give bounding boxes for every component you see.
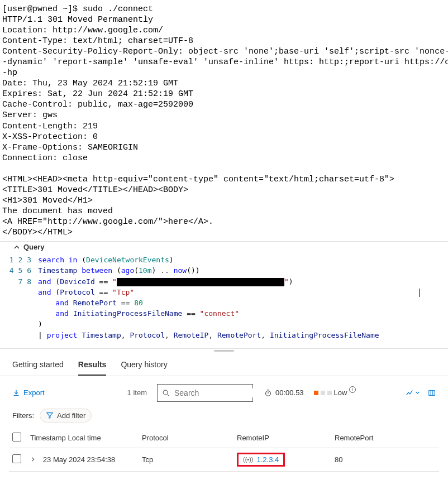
- cell-protocol: Tcp: [139, 448, 233, 471]
- sev-square-2: [321, 391, 325, 395]
- add-filter-button[interactable]: Add filter: [40, 409, 92, 423]
- svg-rect-2: [429, 391, 435, 396]
- col-deviceid: DeviceId: [60, 277, 95, 286]
- kw-in: in: [69, 256, 78, 264]
- filter-icon: [46, 411, 54, 419]
- op-eq: ==: [99, 288, 108, 296]
- chevron-up-icon: [13, 244, 20, 251]
- proj-c3: RemoteIP: [174, 331, 209, 339]
- expand-row-icon[interactable]: [30, 455, 37, 464]
- col-protocol: Protocol: [60, 288, 95, 296]
- columns-icon: [428, 389, 436, 397]
- severity-indicator[interactable]: Low i: [314, 388, 356, 397]
- export-button[interactable]: Export: [12, 388, 45, 397]
- add-filter-label: Add filter: [57, 411, 85, 420]
- query-editor[interactable]: 1 2 3 4 5 6 7 8 search in (DeviceNetwork…: [0, 253, 448, 348]
- val-tcp: "Tcp": [112, 288, 134, 296]
- str-close: ": [284, 277, 289, 286]
- tab-getting-started[interactable]: Getting started: [12, 358, 64, 376]
- val-connect: "connect": [200, 309, 239, 318]
- col-timestamp: Timestamp: [38, 266, 77, 275]
- cell-remoteport: 80: [331, 448, 439, 471]
- download-icon: [12, 389, 20, 397]
- svg-point-0: [163, 390, 168, 395]
- kw-and: and: [55, 299, 68, 307]
- table-header-row: Timestamp Local time Protocol RemoteIP R…: [9, 428, 439, 448]
- query-header-label: Query: [23, 243, 45, 251]
- kw-and: and: [38, 288, 51, 296]
- chart-line-icon: [406, 389, 413, 397]
- line-gutter: 1 2 3 4 5 6 7 8: [0, 255, 38, 340]
- col-remoteip-header[interactable]: RemoteIP: [233, 428, 331, 448]
- col-timestamp-header[interactable]: Timestamp Local time: [27, 428, 139, 448]
- text-cursor: [419, 289, 420, 297]
- row-checkbox[interactable]: [12, 454, 21, 463]
- table-row[interactable]: 23 May 2024 23:54:38 Tcp ((•)) 1.2.3.4 8…: [9, 448, 439, 471]
- op-eq: ==: [99, 277, 108, 286]
- select-all-checkbox[interactable]: [12, 433, 21, 441]
- code-content[interactable]: search in (DeviceNetworkEvents) Timestam…: [38, 255, 448, 340]
- col-initproc: InitiatingProcessFileName: [73, 309, 183, 318]
- results-toolbar: Export 1 item 00:00.53 Low i: [0, 376, 448, 409]
- fn-ago: ago: [121, 266, 134, 275]
- export-label: Export: [23, 388, 45, 397]
- val-80: 80: [134, 299, 143, 307]
- str-open: ": [112, 277, 117, 286]
- timer-value: 00:00.53: [275, 388, 304, 397]
- kw-project: project: [47, 331, 78, 339]
- query-header[interactable]: Query: [0, 242, 448, 253]
- item-count: 1 item: [127, 388, 147, 397]
- resize-handle[interactable]: [0, 349, 448, 353]
- proj-c4: RemotePort: [217, 331, 261, 339]
- results-tabs: Getting started Results Query history: [0, 353, 448, 376]
- sev-square-1: [314, 391, 318, 395]
- kw-between: between: [82, 266, 112, 275]
- col-protocol-header[interactable]: Protocol: [139, 428, 233, 448]
- broadcast-icon: ((•)): [243, 456, 254, 463]
- val-10m: 10m: [139, 266, 151, 275]
- search-input[interactable]: [174, 388, 272, 397]
- filters-row: Filters: Add filter: [0, 409, 448, 428]
- pipe: |: [38, 331, 42, 339]
- query-timer: 00:00.53: [264, 388, 304, 397]
- cell-timestamp: 23 May 2024 23:54:38: [43, 455, 115, 464]
- cell-remoteip-highlighted[interactable]: ((•)) 1.2.3.4: [237, 453, 285, 467]
- remoteip-link[interactable]: 1.2.3.4: [257, 455, 279, 464]
- terminal-output: [user@pwned ~]$ sudo ./connect HTTP/1.1 …: [0, 0, 448, 241]
- col-remoteport: RemotePort: [73, 299, 117, 307]
- query-panel: Query 1 2 3 4 5 6 7 8 search in (DeviceN…: [0, 241, 448, 349]
- redacted-device-id: [117, 278, 284, 286]
- close-paren: ): [38, 320, 42, 328]
- info-icon[interactable]: i: [349, 386, 356, 393]
- search-icon: [162, 389, 170, 397]
- tab-results[interactable]: Results: [78, 358, 107, 376]
- kw-search: search: [38, 256, 64, 264]
- filters-label: Filters:: [12, 411, 34, 420]
- severity-label: Low: [334, 388, 347, 397]
- search-box[interactable]: [157, 384, 253, 402]
- sev-square-3: [327, 391, 332, 395]
- chart-button[interactable]: [406, 389, 420, 397]
- results-table: Timestamp Local time Protocol RemoteIP R…: [9, 428, 439, 472]
- tab-query-history[interactable]: Query history: [121, 358, 167, 376]
- op-eq: ==: [187, 309, 196, 318]
- customize-columns-button[interactable]: [428, 389, 436, 397]
- kw-and: and: [38, 277, 51, 286]
- table-name: DeviceNetworkEvents: [86, 256, 169, 264]
- col-remoteport-header[interactable]: RemotePort: [331, 428, 439, 448]
- proj-c5: InitiatingProcessFileName: [270, 331, 379, 339]
- proj-c1: Timestamp: [82, 331, 121, 339]
- stopwatch-icon: [264, 389, 272, 397]
- chevron-down-icon: [415, 390, 420, 395]
- proj-c2: Protocol: [130, 331, 165, 339]
- fn-now: now: [174, 266, 187, 275]
- op-eq: ==: [121, 299, 130, 307]
- kw-and: and: [55, 309, 68, 318]
